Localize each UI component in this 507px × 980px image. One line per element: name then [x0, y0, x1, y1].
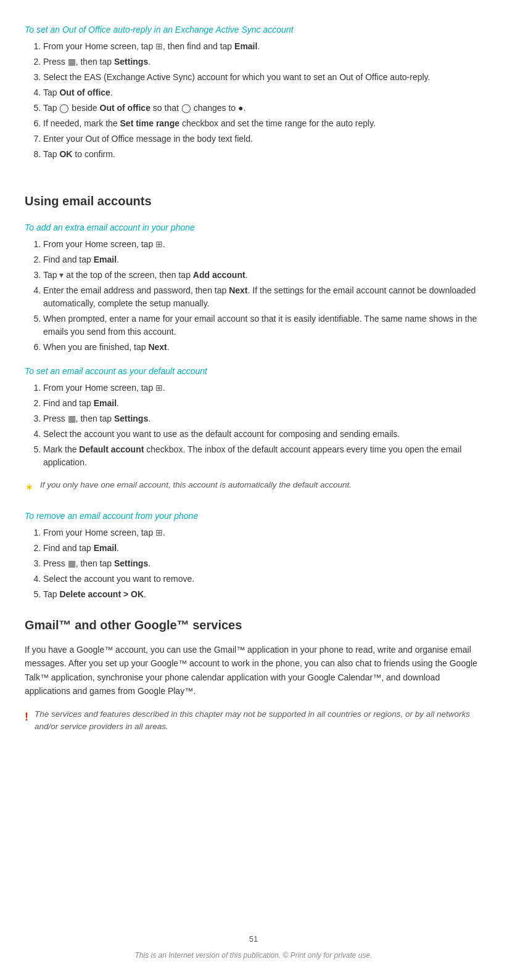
step-item: Mark the Default account checkbox. The i…: [43, 443, 482, 469]
step-item: Select the account you want to remove.: [43, 573, 482, 586]
using-email-accounts-heading: Using email accounts: [25, 192, 482, 210]
step-item: From your Home screen, tap , then find a…: [43, 40, 482, 53]
step-item: Enter your Out of Office message in the …: [43, 133, 482, 145]
menu-icon: [68, 414, 76, 423]
section-title-out-of-office: To set an Out of Office auto-reply in an…: [25, 23, 482, 36]
section-title-remove-account: To remove an email account from your pho…: [25, 510, 482, 523]
step-item: Find and tap Email.: [43, 542, 482, 555]
warning-text-gmail: The services and features described in t…: [35, 708, 482, 733]
warning-note-gmail: ! The services and features described in…: [25, 706, 482, 736]
step-item: Tap OK to confirm.: [43, 148, 482, 161]
tip-note-default: ✶ If you only have one email account, th…: [25, 476, 482, 499]
grid-icon: [155, 239, 163, 249]
step-item: Press , then tap Settings.: [43, 412, 482, 425]
step-item: Tap Delete account > OK.: [43, 588, 482, 601]
step-item: If needed, mark the Set time range check…: [43, 117, 482, 130]
steps-out-of-office: From your Home screen, tap , then find a…: [31, 40, 482, 161]
step-item: Find and tap Email.: [43, 253, 482, 266]
step-item: Tap ◯ beside Out of office so that ◯ cha…: [43, 102, 482, 115]
step-item: Tap Out of office.: [43, 86, 482, 99]
step-item: From your Home screen, tap .: [43, 238, 482, 251]
step-item: Tap at the top of the screen, then tap A…: [43, 269, 482, 282]
menu-icon: [68, 558, 76, 568]
step-item: When prompted, enter a name for your ema…: [43, 312, 482, 338]
gmail-heading: Gmail™ and other Google™ services: [25, 616, 482, 634]
menu-icon: [68, 57, 76, 67]
page-footer: 51 This is an Internet version of this p…: [0, 933, 507, 962]
dropdown-icon: [59, 270, 64, 280]
exclamation-icon: !: [25, 709, 28, 725]
steps-default-account: From your Home screen, tap . Find and ta…: [31, 382, 482, 469]
grid-icon: [155, 41, 163, 51]
spacer: [25, 167, 482, 177]
step-item: Press , then tap Settings.: [43, 557, 482, 570]
gmail-body: If you have a Google™ account, you can u…: [25, 643, 482, 698]
gmail-section: Gmail™ and other Google™ services If you…: [25, 616, 482, 735]
section-title-add-account: To add an extra email account in your ph…: [25, 221, 482, 234]
step-item: From your Home screen, tap .: [43, 526, 482, 539]
grid-icon: [155, 383, 163, 393]
steps-remove-account: From your Home screen, tap . Find and ta…: [31, 526, 482, 601]
step-item: From your Home screen, tap .: [43, 382, 482, 394]
grid-icon: [155, 528, 163, 537]
section-title-default-account: To set an email account as your default …: [25, 365, 482, 378]
step-item: When you are finished, tap Next.: [43, 341, 482, 354]
step-item: Select the EAS (Exchange Active Sync) ac…: [43, 71, 482, 84]
page-number: 51: [0, 933, 507, 945]
step-item: Find and tap Email.: [43, 397, 482, 410]
step-item: Enter the email address and password, th…: [43, 284, 482, 310]
step-item: Select the account you want to use as th…: [43, 428, 482, 441]
footer-note: This is an Internet version of this publ…: [134, 951, 372, 960]
step-item: Press , then tap Settings.: [43, 55, 482, 68]
lightbulb-icon: ✶: [25, 480, 34, 496]
steps-add-account: From your Home screen, tap . Find and ta…: [31, 238, 482, 354]
tip-text-default: If you only have one email account, this…: [40, 479, 352, 491]
